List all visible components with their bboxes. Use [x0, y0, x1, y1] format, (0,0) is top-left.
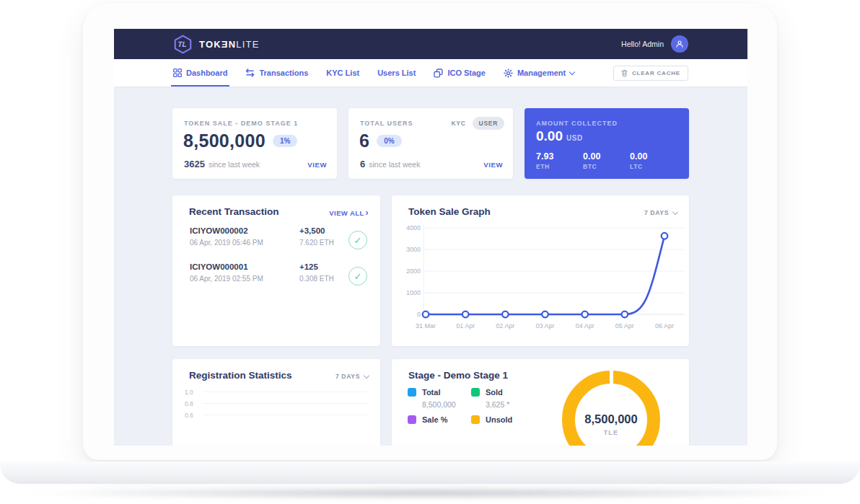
legend-label-total: Total: [422, 388, 440, 397]
transaction-amount: +3,500: [299, 226, 334, 235]
tab-management-label: Management: [517, 68, 566, 77]
brand-name-secondary: LITE: [236, 39, 259, 50]
tab-transactions[interactable]: Transactions: [245, 59, 308, 87]
tokenlite-hexagon-icon: TL: [173, 35, 193, 54]
total-users-value: 6: [359, 131, 369, 151]
clear-cache-button[interactable]: CLEAR CACHE: [613, 66, 688, 81]
legend-swatch-sold: [471, 388, 480, 397]
amount-btc-item: 0.00 BTC: [583, 151, 630, 170]
legend-swatch-total: [408, 388, 416, 397]
amount-ltc-label: LTC: [630, 163, 677, 170]
tab-management[interactable]: Management: [504, 59, 574, 87]
stage-donut-chart: 8,500,000 TLE: [562, 371, 660, 446]
transaction-date: 06 Apr, 2019 02:55 PM: [190, 275, 367, 283]
y-tick-label: 1.0: [185, 389, 193, 396]
registration-range-dropdown[interactable]: 7 DAYS: [335, 373, 369, 380]
token-sale-badge: 1%: [273, 135, 297, 147]
transaction-amount: +125: [299, 262, 334, 271]
y-tick-label: 0.8: [185, 400, 193, 407]
amount-ltc-value: 0.00: [630, 151, 677, 162]
legend-item-sale-pct: Sale %: [408, 415, 447, 424]
chevron-down-icon: [364, 373, 369, 379]
svg-text:2000: 2000: [406, 268, 421, 275]
swap-arrows-icon: [245, 68, 255, 77]
amount-ltc-item: 0.00 LTC: [630, 151, 677, 170]
legend-swatch-unsold: [471, 415, 480, 424]
tab-kyc-list-label: KYC List: [326, 68, 359, 77]
token-sale-value: 8,500,000: [183, 131, 266, 151]
token-sale-delta-label: since last week: [209, 160, 260, 169]
amount-eth-value: 7.93: [536, 151, 583, 162]
kyc-toggle-option[interactable]: KYC: [452, 120, 466, 127]
token-sale-delta: 3625: [184, 159, 205, 169]
gridline: [203, 415, 367, 415]
legend-label-unsold: Unsold: [486, 415, 512, 424]
grid-icon: [173, 68, 182, 77]
svg-text:06 Apr: 06 Apr: [655, 322, 674, 330]
amount-eth-label: ETH: [536, 163, 583, 170]
tab-ico-stage-label: ICO Stage: [447, 68, 486, 77]
svg-text:1000: 1000: [406, 289, 421, 296]
brand-logo[interactable]: TL TOKƎNLITE: [173, 35, 260, 54]
transaction-id: ICIYOW000001: [190, 262, 367, 271]
transaction-id: ICIYOW000002: [190, 226, 367, 235]
amount-collected-value: 0.00: [536, 128, 563, 144]
donut-center-value: 8,500,000: [562, 412, 660, 426]
brand-name-primary: TOKƎN: [199, 39, 236, 50]
top-navbar: TL TOKƎNLITE Hello! Admin: [114, 29, 747, 59]
tab-ico-stage[interactable]: ICO Stage: [434, 59, 486, 87]
dashboard-content: TOKEN SALE - DEMO STAGE 1 8,500,000 1% 3…: [114, 87, 747, 446]
token-sale-title: TOKEN SALE - DEMO STAGE 1: [184, 120, 298, 127]
cube-icon: [434, 68, 443, 78]
svg-text:01 Apr: 01 Apr: [456, 322, 475, 330]
svg-text:31 Mar: 31 Mar: [416, 322, 436, 330]
total-users-delta-label: since last week: [369, 160, 420, 169]
total-users-title: TOTAL USERS: [360, 120, 413, 127]
token-sale-card: TOKEN SALE - DEMO STAGE 1 8,500,000 1% 3…: [172, 108, 337, 179]
tab-dashboard[interactable]: Dashboard: [173, 59, 227, 87]
amount-collected-currency: USD: [566, 134, 583, 142]
token-sale-view-link[interactable]: VIEW: [307, 161, 327, 169]
svg-text:0: 0: [417, 311, 421, 318]
amount-eth-item: 7.93 ETH: [536, 151, 583, 170]
total-users-view-link[interactable]: VIEW: [483, 161, 503, 169]
transaction-eth: 0.308 ETH: [299, 275, 334, 283]
recent-transactions-title: Recent Transaction: [189, 206, 279, 217]
stage-card: Stage - Demo Stage 1 Total 8,500,000 Sol…: [392, 359, 689, 446]
confirmed-check-icon: ✓: [348, 267, 367, 286]
legend-item-sold: Sold 3,625 *: [471, 388, 509, 409]
token-sale-line-chart: 0100020003000400031 Mar01 Apr02 Apr03 Ap…: [392, 195, 689, 340]
transaction-row[interactable]: ICIYOW000001 06 Apr, 2019 02:55 PM +125 …: [190, 262, 367, 293]
chevron-right-icon: ›: [366, 208, 369, 218]
tab-dashboard-label: Dashboard: [186, 68, 227, 77]
legend-label-sale-pct: Sale %: [422, 415, 447, 424]
view-all-link[interactable]: VIEW ALL›: [329, 208, 369, 218]
brand-name: TOKƎNLITE: [199, 39, 260, 50]
transaction-date: 06 Apr, 2019 05:46 PM: [190, 239, 367, 247]
transaction-row[interactable]: ICIYOW000002 06 Apr, 2019 05:46 PM +3,50…: [190, 226, 367, 257]
laptop-base-shadow: [29, 487, 831, 499]
legend-swatch-sale-pct: [408, 415, 416, 424]
registration-statistics-card: Registration Statistics 7 DAYS 1.0 0.8 0…: [172, 359, 380, 446]
view-all-label: VIEW ALL: [329, 209, 364, 217]
greeting-text: Hello! Admin: [621, 40, 664, 48]
user-avatar[interactable]: [671, 35, 688, 53]
chevron-down-icon: [569, 68, 575, 74]
total-users-badge: 0%: [377, 135, 401, 147]
legend-item-total: Total 8,500,000: [408, 388, 456, 409]
svg-text:04 Apr: 04 Apr: [576, 322, 594, 330]
svg-text:02 Apr: 02 Apr: [496, 322, 514, 330]
amount-btc-value: 0.00: [583, 151, 630, 162]
legend-label-sold: Sold: [486, 388, 503, 397]
legend-item-unsold: Unsold: [471, 415, 512, 424]
clear-cache-label: CLEAR CACHE: [632, 70, 680, 76]
user-toggle-option[interactable]: USER: [473, 117, 504, 130]
total-users-card: TOTAL USERS KYC USER 6 0% 6 since last w…: [348, 108, 513, 179]
amount-btc-label: BTC: [583, 163, 630, 170]
donut-gap: [610, 370, 613, 385]
amount-collected-title: AMOUNT COLLECTED: [536, 120, 618, 127]
tab-kyc-list[interactable]: KYC List: [326, 59, 359, 87]
gridline: [203, 392, 367, 392]
svg-text:4000: 4000: [406, 224, 421, 231]
tab-users-list[interactable]: Users List: [377, 59, 416, 87]
